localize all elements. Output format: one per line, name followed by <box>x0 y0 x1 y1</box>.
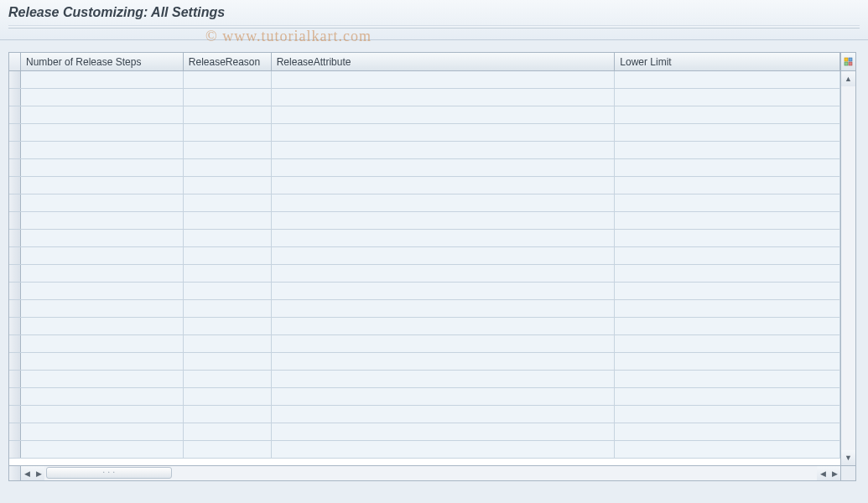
cell-steps[interactable] <box>21 265 184 282</box>
vscroll-up-button[interactable]: ▲ <box>841 71 855 86</box>
cell-reason[interactable] <box>184 265 272 282</box>
cell-attribute[interactable] <box>272 89 616 106</box>
cell-attribute[interactable] <box>272 406 616 423</box>
row-selector[interactable] <box>9 300 21 317</box>
cell-steps[interactable] <box>21 388 184 405</box>
cell-reason[interactable] <box>184 230 272 246</box>
cell-attribute[interactable] <box>272 142 616 158</box>
cell-limit[interactable] <box>615 283 840 299</box>
cell-limit[interactable] <box>615 142 840 158</box>
cell-reason[interactable] <box>184 89 272 106</box>
row-selector[interactable] <box>9 106 21 123</box>
cell-steps[interactable] <box>21 71 184 88</box>
cell-reason[interactable] <box>184 441 272 458</box>
cell-limit[interactable] <box>615 71 840 88</box>
cell-reason[interactable] <box>184 388 272 405</box>
cell-attribute[interactable] <box>272 212 616 229</box>
cell-attribute[interactable] <box>272 318 616 334</box>
row-selector[interactable] <box>9 318 21 334</box>
cell-limit[interactable] <box>615 371 840 387</box>
cell-limit[interactable] <box>615 265 840 282</box>
row-selector[interactable] <box>9 194 21 211</box>
cell-steps[interactable] <box>21 159 184 176</box>
hscroll-right-step-button[interactable]: ▶ <box>33 466 44 480</box>
cell-steps[interactable] <box>21 230 184 246</box>
row-selector[interactable] <box>9 388 21 405</box>
cell-attribute[interactable] <box>272 371 616 387</box>
cell-limit[interactable] <box>615 106 840 123</box>
cell-steps[interactable] <box>21 353 184 370</box>
cell-steps[interactable] <box>21 106 184 123</box>
cell-limit[interactable] <box>615 406 840 423</box>
row-selector[interactable] <box>9 353 21 370</box>
cell-limit[interactable] <box>615 247 840 264</box>
cell-reason[interactable] <box>184 371 272 387</box>
row-selector[interactable] <box>9 283 21 299</box>
row-selector[interactable] <box>9 247 21 264</box>
hscroll-right-button[interactable]: ▶ <box>829 466 840 480</box>
cell-attribute[interactable] <box>272 71 616 88</box>
cell-reason[interactable] <box>184 71 272 88</box>
cell-reason[interactable] <box>184 423 272 440</box>
cell-limit[interactable] <box>615 335 840 352</box>
cell-steps[interactable] <box>21 335 184 352</box>
cell-reason[interactable] <box>184 142 272 158</box>
cell-attribute[interactable] <box>272 335 616 352</box>
cell-reason[interactable] <box>184 177 272 194</box>
cell-attribute[interactable] <box>272 247 616 264</box>
select-all-rows[interactable] <box>9 53 21 70</box>
cell-attribute[interactable] <box>272 265 616 282</box>
column-header-reason[interactable]: ReleaseReason <box>184 53 272 70</box>
cell-reason[interactable] <box>184 106 272 123</box>
row-selector[interactable] <box>9 230 21 246</box>
cell-attribute[interactable] <box>272 124 616 141</box>
cell-attribute[interactable] <box>272 177 616 194</box>
row-selector[interactable] <box>9 371 21 387</box>
cell-attribute[interactable] <box>272 353 616 370</box>
cell-attribute[interactable] <box>272 194 616 211</box>
row-selector[interactable] <box>9 265 21 282</box>
cell-reason[interactable] <box>184 318 272 334</box>
cell-steps[interactable] <box>21 177 184 194</box>
cell-reason[interactable] <box>184 335 272 352</box>
cell-steps[interactable] <box>21 247 184 264</box>
hscroll-thumb[interactable]: ᛫᛫᛫ <box>46 467 172 479</box>
cell-reason[interactable] <box>184 212 272 229</box>
cell-reason[interactable] <box>184 283 272 299</box>
row-selector[interactable] <box>9 441 21 458</box>
cell-limit[interactable] <box>615 388 840 405</box>
row-selector[interactable] <box>9 177 21 194</box>
cell-attribute[interactable] <box>272 388 616 405</box>
cell-limit[interactable] <box>615 89 840 106</box>
column-header-attribute[interactable]: ReleaseAttribute <box>272 53 616 70</box>
cell-attribute[interactable] <box>272 230 616 246</box>
row-selector[interactable] <box>9 142 21 158</box>
row-selector[interactable] <box>9 335 21 352</box>
row-selector[interactable] <box>9 406 21 423</box>
cell-steps[interactable] <box>21 212 184 229</box>
table-settings-button[interactable] <box>841 53 855 71</box>
cell-steps[interactable] <box>21 441 184 458</box>
row-selector[interactable] <box>9 71 21 88</box>
cell-steps[interactable] <box>21 300 184 317</box>
row-selector[interactable] <box>9 89 21 106</box>
cell-reason[interactable] <box>184 247 272 264</box>
cell-limit[interactable] <box>615 300 840 317</box>
cell-limit[interactable] <box>615 212 840 229</box>
cell-steps[interactable] <box>21 371 184 387</box>
cell-reason[interactable] <box>184 406 272 423</box>
cell-limit[interactable] <box>615 423 840 440</box>
cell-limit[interactable] <box>615 177 840 194</box>
cell-limit[interactable] <box>615 124 840 141</box>
cell-attribute[interactable] <box>272 300 616 317</box>
cell-reason[interactable] <box>184 300 272 317</box>
cell-reason[interactable] <box>184 194 272 211</box>
cell-reason[interactable] <box>184 124 272 141</box>
cell-limit[interactable] <box>615 441 840 458</box>
cell-steps[interactable] <box>21 423 184 440</box>
column-header-limit[interactable]: Lower Limit <box>615 53 840 70</box>
cell-limit[interactable] <box>615 159 840 176</box>
cell-attribute[interactable] <box>272 423 616 440</box>
cell-limit[interactable] <box>615 353 840 370</box>
row-selector[interactable] <box>9 423 21 440</box>
